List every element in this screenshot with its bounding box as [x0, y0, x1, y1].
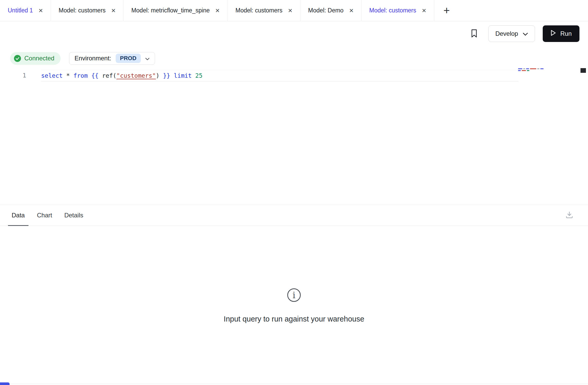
close-icon[interactable]: ×: [349, 7, 353, 14]
code-line[interactable]: select * from {{ ref("customers") }} lim…: [41, 70, 518, 81]
download-icon: [565, 211, 573, 220]
play-icon: [550, 30, 556, 38]
minimap-line: [518, 70, 543, 71]
tab-model-customers-2[interactable]: Model: customers ×: [228, 0, 300, 21]
close-icon[interactable]: ×: [111, 7, 115, 14]
code-token: select: [41, 72, 63, 79]
tab-untitled-1[interactable]: Untitled 1 ×: [0, 0, 51, 21]
chevron-down-icon: [145, 55, 150, 62]
info-icon: i: [287, 288, 301, 303]
code-token: "customers": [116, 72, 156, 79]
tab-chart[interactable]: Chart: [37, 205, 52, 226]
tab-bar: Untitled 1 × Model: customers × Model: m…: [0, 0, 588, 21]
tab-label: Model: customers: [236, 7, 283, 14]
environment-selector[interactable]: Environment: PROD: [69, 52, 155, 65]
results-empty-state: i Input query to run against your wareho…: [0, 226, 588, 385]
close-icon[interactable]: ×: [215, 7, 219, 14]
connection-status-label: Connected: [24, 55, 54, 62]
code-token: [170, 72, 174, 79]
bottom-border: [0, 384, 588, 385]
tab-label: Model: customers: [369, 7, 416, 14]
code-token: {{: [91, 72, 99, 79]
tab-model-customers-1[interactable]: Model: customers ×: [51, 0, 124, 21]
code-token: [88, 72, 91, 79]
code-token: ): [156, 72, 163, 79]
code-token: 25: [195, 72, 203, 79]
tab-label: Details: [64, 212, 83, 219]
run-button[interactable]: Run: [543, 25, 579, 42]
close-icon[interactable]: ×: [288, 7, 292, 14]
status-row: Connected Environment: PROD: [0, 52, 588, 65]
tab-label: Chart: [37, 212, 52, 219]
minimap-line: [518, 68, 543, 69]
toolbar: Develop Run: [0, 21, 588, 46]
download-button[interactable]: [565, 211, 573, 220]
tab-label: Untitled 1: [8, 7, 33, 14]
check-icon: [14, 55, 21, 62]
code-token: limit: [174, 72, 192, 79]
run-button-label: Run: [560, 30, 572, 37]
code-editor[interactable]: 1 select * from {{ ref("customers") }} l…: [0, 65, 588, 205]
environment-badge: PROD: [116, 54, 141, 63]
new-tab-button[interactable]: +: [441, 5, 453, 16]
environment-label: Environment:: [75, 55, 111, 62]
tab-model-metricflow-time-spine[interactable]: Model: metricflow_time_spine ×: [123, 0, 227, 21]
tab-label: Data: [12, 212, 25, 219]
results-panel: Data Chart Details i Input query to run …: [0, 205, 588, 385]
code-token: ref(: [99, 72, 116, 79]
bookmark-icon: [471, 29, 477, 39]
code-token: [192, 72, 195, 79]
code-token: }}: [163, 72, 170, 79]
close-icon[interactable]: ×: [422, 7, 426, 14]
tab-label: Model: Demo: [308, 7, 344, 14]
develop-button-label: Develop: [495, 30, 518, 37]
minimap[interactable]: [518, 68, 543, 71]
empty-state-message: Input query to run against your warehous…: [224, 315, 364, 323]
bottom-accent-bar: [0, 382, 10, 385]
tab-label: Model: metricflow_time_spine: [131, 7, 210, 14]
develop-button[interactable]: Develop: [488, 25, 535, 42]
chevron-down-icon: [523, 30, 528, 37]
tab-label: Model: customers: [59, 7, 106, 14]
line-number: 1: [0, 70, 26, 81]
svg-text:i: i: [293, 290, 296, 300]
code-token: *: [63, 72, 74, 79]
close-icon[interactable]: ×: [39, 7, 43, 14]
tab-details[interactable]: Details: [64, 205, 83, 226]
connection-status-badge: Connected: [10, 52, 61, 65]
code-token: from: [74, 72, 88, 79]
tab-data[interactable]: Data: [12, 205, 25, 226]
tab-model-customers-3[interactable]: Model: customers ×: [362, 0, 434, 21]
tab-model-demo[interactable]: Model: Demo ×: [300, 0, 362, 21]
scrollbar-thumb[interactable]: [580, 68, 586, 73]
results-tab-bar: Data Chart Details: [0, 205, 588, 226]
bookmark-button[interactable]: [471, 29, 477, 39]
